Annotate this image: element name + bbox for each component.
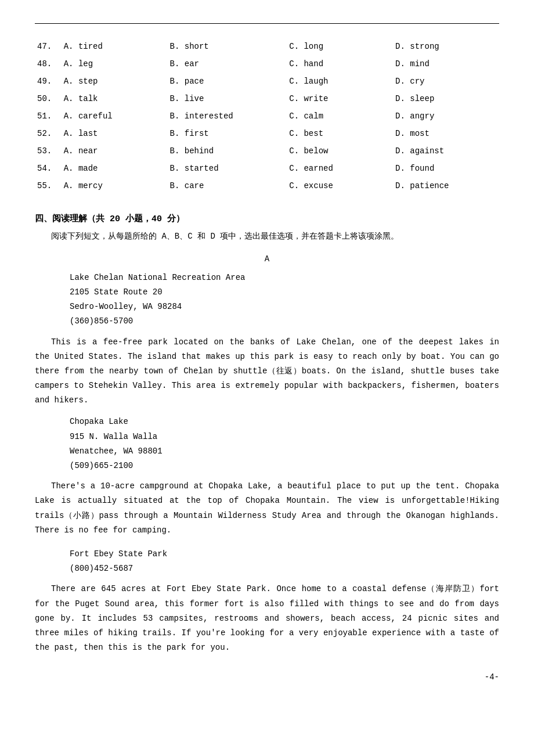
question-num: 52. <box>35 125 62 142</box>
option-c: C. calm <box>287 107 393 125</box>
option-c: C. best <box>287 125 393 142</box>
question-num: 53. <box>35 142 62 160</box>
question-num: 47. <box>35 38 62 55</box>
option-a: A. step <box>62 73 168 90</box>
location2-text: There's a 10-acre campground at Chopaka … <box>35 479 499 538</box>
option-a: A. mercy <box>62 177 168 195</box>
table-row: 51. A. careful B. interested C. calm D. … <box>35 107 499 125</box>
option-c: C. laugh <box>287 73 393 90</box>
option-c: C. below <box>287 142 393 160</box>
location2-address2: Wenatchee, WA 98801 <box>70 444 499 459</box>
option-b: B. ear <box>168 55 287 73</box>
option-c: C. earned <box>287 160 393 177</box>
location3-address: Fort Ebey State Park (800)452-5687 <box>70 547 499 576</box>
location3-phone: (800)452-5687 <box>70 561 499 576</box>
option-d: D. cry <box>393 73 499 90</box>
table-row: 53. A. near B. behind C. below D. agains… <box>35 142 499 160</box>
location1-name: Lake Chelan National Recreation Area <box>70 271 499 285</box>
option-a: A. talk <box>62 90 168 107</box>
question-num: 51. <box>35 107 62 125</box>
table-row: 48. A. leg B. ear C. hand D. mind <box>35 55 499 73</box>
option-b: B. short <box>168 38 287 55</box>
option-d: D. sleep <box>393 90 499 107</box>
option-c: C. hand <box>287 55 393 73</box>
question-num: 50. <box>35 90 62 107</box>
option-b: B. first <box>168 125 287 142</box>
location2-phone: (509)665-2100 <box>70 459 499 473</box>
page-number: -4- <box>35 672 499 682</box>
table-row: 47. A. tired B. short C. long D. strong <box>35 38 499 55</box>
option-a: A. made <box>62 160 168 177</box>
option-b: B. pace <box>168 73 287 90</box>
option-b: B. started <box>168 160 287 177</box>
table-row: 52. A. last B. first C. best D. most <box>35 125 499 142</box>
location2-name: Chopaka Lake <box>70 415 499 429</box>
option-c: C. long <box>287 38 393 55</box>
location1-address1: 2105 State Route 20 <box>70 285 499 300</box>
option-a: A. careful <box>62 107 168 125</box>
location1-phone: (360)856-5700 <box>70 314 499 329</box>
table-row: 50. A. talk B. live C. write D. sleep <box>35 90 499 107</box>
option-d: D. found <box>393 160 499 177</box>
option-a: A. near <box>62 142 168 160</box>
section4-header: 四、阅读理解（共 20 小题，40 分） <box>35 213 499 224</box>
section4-intro: 阅读下列短文，从每题所给的 A、B、C 和 D 项中，选出最佳选项，并在答题卡上… <box>35 230 499 244</box>
question-num: 48. <box>35 55 62 73</box>
option-a: A. leg <box>62 55 168 73</box>
option-b: B. interested <box>168 107 287 125</box>
option-d: D. against <box>393 142 499 160</box>
option-d: D. mind <box>393 55 499 73</box>
question-num: 49. <box>35 73 62 90</box>
option-d: D. strong <box>393 38 499 55</box>
option-d: D. most <box>393 125 499 142</box>
location1-address2: Sedro-Woolley, WA 98284 <box>70 300 499 314</box>
question-num: 54. <box>35 160 62 177</box>
option-a: A. last <box>62 125 168 142</box>
table-row: 54. A. made B. started C. earned D. foun… <box>35 160 499 177</box>
question-num: 55. <box>35 177 62 195</box>
location3-text: There are 645 acres at Fort Ebey State P… <box>35 582 499 655</box>
option-a: A. tired <box>62 38 168 55</box>
option-b: B. live <box>168 90 287 107</box>
option-b: B. behind <box>168 142 287 160</box>
option-c: C. write <box>287 90 393 107</box>
location1-address: Lake Chelan National Recreation Area 210… <box>70 271 499 329</box>
option-d: D. patience <box>393 177 499 195</box>
multiple-choice-table: 47. A. tired B. short C. long D. strong … <box>35 38 499 195</box>
table-row: 49. A. step B. pace C. laugh D. cry <box>35 73 499 90</box>
location2-address: Chopaka Lake 915 N. Walla Walla Wenatche… <box>70 415 499 473</box>
location1-text: This is a fee-free park located on the b… <box>35 335 499 408</box>
option-b: B. care <box>168 177 287 195</box>
table-row: 55. A. mercy B. care C. excuse D. patien… <box>35 177 499 195</box>
passage-a-title: A <box>35 254 499 264</box>
top-divider <box>35 23 499 24</box>
option-d: D. angry <box>393 107 499 125</box>
location2-address1: 915 N. Walla Walla <box>70 430 499 444</box>
location3-name: Fort Ebey State Park <box>70 547 499 561</box>
option-c: C. excuse <box>287 177 393 195</box>
